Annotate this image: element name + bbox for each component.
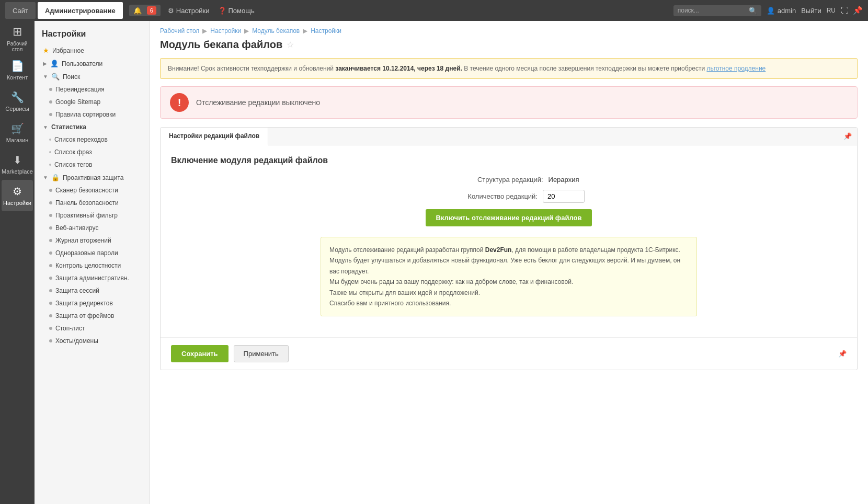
sidebar-item-proactive-filter[interactable]: Проактивный фильтр xyxy=(35,209,149,222)
warning-link[interactable]: льготное продление xyxy=(706,65,766,72)
arrow-down-small-icon: ▼ xyxy=(43,74,48,79)
sidebar-item-users[interactable]: ▶ 👤 Пользователи xyxy=(35,57,149,70)
search-icon: 🔍 xyxy=(749,7,757,15)
nav-item-settings[interactable]: ⚙ Настройки xyxy=(2,180,33,211)
sidebar-item-scanner[interactable]: Сканер безопасности xyxy=(35,184,149,197)
sidebar-item-phrases[interactable]: Список фраз xyxy=(35,146,149,158)
sidebar-label-otp: Одноразовые пароли xyxy=(55,249,118,257)
sidebar-item-intrusion-log[interactable]: Журнал вторжений xyxy=(35,234,149,247)
content-icon: 📄 xyxy=(11,60,24,72)
sidebar-item-integrity[interactable]: Контроль целостности xyxy=(35,259,149,272)
breadcrumb-desktop[interactable]: Рабочий стол xyxy=(160,27,199,35)
sidebar-item-security-panel[interactable]: Панель безопасности xyxy=(35,197,149,209)
sidebar-item-sort-rules[interactable]: Правила сортировки xyxy=(35,108,149,121)
bullet-icon xyxy=(49,251,52,255)
sidebar-label-search: Поиск xyxy=(63,73,80,81)
fullscreen-icon[interactable]: ⛶ xyxy=(841,6,849,15)
lang-selector[interactable]: RU xyxy=(827,7,836,14)
search-input[interactable] xyxy=(678,7,746,14)
bullet-icon xyxy=(49,214,52,217)
nav-item-desktop[interactable]: ⊞ Рабочийстол xyxy=(2,23,33,54)
sidebar-item-frame-protect[interactable]: Защита от фреймов xyxy=(35,310,149,322)
sidebar-item-stats-section[interactable]: ▼ Статистика xyxy=(35,121,149,133)
sidebar-item-reindex[interactable]: Переиндексация xyxy=(35,83,149,96)
admin-button[interactable]: Администрирование xyxy=(38,2,123,19)
sidebar-label-security-panel: Панель безопасности xyxy=(55,199,119,207)
notifications-btn[interactable]: 🔔 6 xyxy=(129,5,161,16)
sidebar-item-favorites[interactable]: ★ Избранное xyxy=(35,44,149,57)
gear-icon: ⚙ xyxy=(168,7,174,15)
sidebar-item-stoplist[interactable]: Стоп-лист xyxy=(35,322,149,335)
breadcrumb-settings2[interactable]: Настройки xyxy=(311,27,341,35)
bullet-icon xyxy=(49,226,52,230)
nav-label-marketplace: Marketplace xyxy=(2,168,33,175)
bottom-pin-icon[interactable]: 📌 xyxy=(838,350,847,358)
sidebar-item-session-protect[interactable]: Защита сессий xyxy=(35,284,149,297)
services-icon: 🔧 xyxy=(11,91,24,104)
warning-text1: Внимание! Срок активности техподдержки и… xyxy=(168,65,335,72)
sidebar-label-reindex: Переиндексация xyxy=(55,86,105,93)
bullet-icon xyxy=(49,239,52,242)
main-content: Рабочий стол ▶ Настройки ▶ Модуль бекапо… xyxy=(150,21,868,504)
breadcrumb-sep3: ▶ xyxy=(303,27,307,35)
sidebar-label-phrases: Список фраз xyxy=(54,148,92,156)
save-button[interactable]: Сохранить xyxy=(171,345,229,362)
sidebar-item-search-section[interactable]: ▼ 🔍 Поиск xyxy=(35,70,149,83)
nav-label-services: Сервисы xyxy=(5,106,29,112)
sidebar-item-proactive-section[interactable]: ▼ 🔒 Проактивная защита xyxy=(35,171,149,184)
topbar-user: 👤 admin xyxy=(767,7,796,15)
nav-label-desktop: Рабочийстол xyxy=(7,41,27,52)
sidebar-label-tags: Список тегов xyxy=(54,161,92,168)
sidebar-label-favorites: Избранное xyxy=(52,47,84,54)
sidebar-item-tags[interactable]: Список тегов xyxy=(35,158,149,171)
apply-button[interactable]: Применить xyxy=(234,345,289,362)
nav-label-shop: Магазин xyxy=(6,137,28,143)
sidebar-item-otp[interactable]: Одноразовые пароли xyxy=(35,247,149,259)
lock-icon: 🔒 xyxy=(51,174,60,181)
enable-tracking-button[interactable]: Включить отслеживание редакций файлов xyxy=(426,209,592,226)
sidebar-item-admin-protect[interactable]: Защита административн. xyxy=(35,272,149,284)
pin-icon[interactable]: 📌 xyxy=(853,6,863,15)
info-text-1: Модуль отслеживание редакций разработан … xyxy=(329,246,485,254)
settings-card: Настройки редакций файлов 📌 Включение мо… xyxy=(160,127,858,370)
tab-file-revisions[interactable]: Настройки редакций файлов xyxy=(161,128,268,145)
form-actions: Сохранить Применить 📌 xyxy=(161,337,857,370)
favorite-star[interactable]: ☆ xyxy=(287,40,294,50)
topbar-nav: ⚙ Настройки ❓ Помощь xyxy=(168,7,255,15)
desktop-icon: ⊞ xyxy=(13,25,22,39)
sidebar-item-hosts[interactable]: Хосты/домены xyxy=(35,335,149,347)
sidebar-item-transitions[interactable]: Список переходов xyxy=(35,133,149,146)
breadcrumb: Рабочий стол ▶ Настройки ▶ Модуль бекапо… xyxy=(160,27,858,35)
page-title: Модуль бекапа файлов xyxy=(160,39,282,51)
sidebar-label-integrity: Контроль целостности xyxy=(55,262,121,269)
topbar-help-link[interactable]: ❓ Помощь xyxy=(218,7,255,15)
sidebar-label-intrusion-log: Журнал вторжений xyxy=(55,237,111,244)
logout-button[interactable]: Выйти xyxy=(801,7,821,15)
topbar-settings-link[interactable]: ⚙ Настройки xyxy=(168,7,210,15)
bullet-icon xyxy=(49,100,52,104)
sidebar-item-antivirus[interactable]: Веб-антивирус xyxy=(35,222,149,234)
star-icon: ★ xyxy=(43,47,49,54)
breadcrumb-module[interactable]: Модуль бекапов xyxy=(252,27,300,35)
sidebar-item-redirect-protect[interactable]: Защита редиректов xyxy=(35,297,149,310)
sidebar-label-stats: Статистика xyxy=(51,123,86,131)
sidebar-label-users: Пользователи xyxy=(62,60,102,67)
sidebar-label-proactive: Проактивная защита xyxy=(63,174,124,181)
arrow-down-icon2: ▼ xyxy=(43,175,48,180)
bullet-sm-icon xyxy=(49,164,51,166)
breadcrumb-settings[interactable]: Настройки xyxy=(210,27,241,35)
bell-icon: 🔔 xyxy=(133,7,142,15)
user-icon: 👤 xyxy=(767,7,775,15)
search-box: 🔍 xyxy=(673,5,761,16)
nav-item-services[interactable]: 🔧 Сервисы xyxy=(2,86,33,117)
nav-item-shop[interactable]: 🛒 Магазин xyxy=(2,117,33,148)
site-button[interactable]: Сайт xyxy=(5,2,36,19)
count-input[interactable] xyxy=(543,190,585,203)
nav-item-marketplace[interactable]: ⬇ Marketplace xyxy=(2,148,33,180)
tab-pin-icon[interactable]: 📌 xyxy=(838,128,857,145)
sidebar-item-sitemap[interactable]: Google Sitemap xyxy=(35,96,149,108)
marketplace-icon: ⬇ xyxy=(13,154,22,166)
nav-label-settings: Настройки xyxy=(3,200,31,206)
nav-item-content[interactable]: 📄 Контент xyxy=(2,54,33,86)
shop-icon: 🛒 xyxy=(11,122,24,135)
